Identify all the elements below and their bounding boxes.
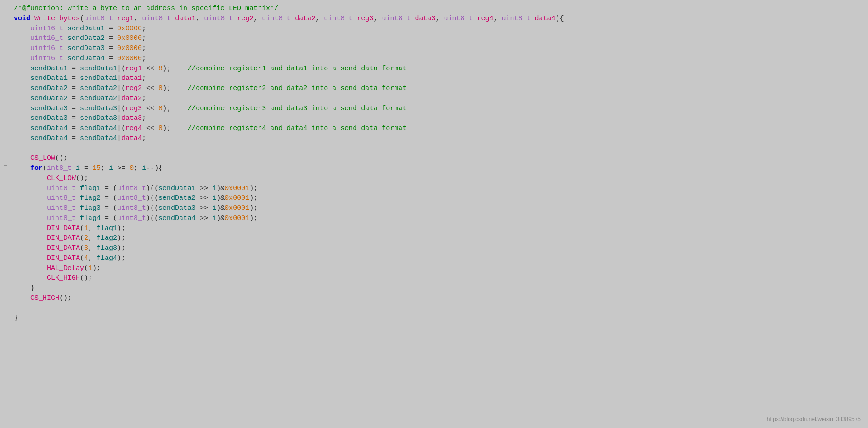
code-line-12: sendData3 = sendData3|data3; [0,113,868,124]
code-line-20: uint8_t flag2 = (uint8_t)((sendData2 >> … [0,193,868,203]
code-line-9: sendData2 = sendData2|(reg2 << 8); //com… [0,84,868,94]
watermark-text: https://blog.csdn.net/weixin_38389575 [767,416,861,423]
code-line-31 [0,304,868,314]
code-line-27: HAL_Delay(1); [0,264,868,274]
code-line-4: uint16_t sendData2 = 0x0000; [0,34,868,44]
code-line-11: sendData3 = sendData3|(reg3 << 8); //com… [0,104,868,114]
code-line-28: CLK_HIGH(); [0,273,868,283]
code-line-30: CS_HIGH(); [0,293,868,304]
code-line-3: uint16_t sendData1 = 0x0000; [0,24,868,34]
code-line-14: sendData4 = sendData4|data4; [0,134,868,144]
code-line-8: sendData1 = sendData1|data1; [0,73,868,84]
code-line-13: sendData4 = sendData4|(reg4 << 8); //com… [0,124,868,134]
code-line-15 [0,144,868,154]
code-line-18: CLK_LOW(); [0,174,868,184]
fold-marker-17[interactable]: □ [4,163,7,172]
code-line-29: } [0,283,868,293]
code-line-5: uint16_t sendData3 = 0x0000; [0,44,868,54]
comment-text: /*@function: Write a byte to an address … [14,4,278,14]
code-line-6: uint16_t sendData4 = 0x0000; [0,54,868,64]
code-line-1: /*@function: Write a byte to an address … [0,4,868,14]
code-line-25: DIN_DATA(3, flag3); [0,243,868,253]
code-editor: /*@function: Write a byte to an address … [0,0,868,428]
code-line-10: sendData2 = sendData2|data2; [0,94,868,104]
code-line-23: DIN_DATA(1, flag1); [0,224,868,234]
code-line-2: □ void Write_bytes(uint8_t reg1, uint8_t… [0,14,868,24]
code-line-24: DIN_DATA(2, flag2); [0,233,868,243]
code-line-21: uint8_t flag3 = (uint8_t)((sendData3 >> … [0,203,868,214]
code-line-26: DIN_DATA(4, flag4); [0,253,868,264]
code-line-16: CS_LOW(); [0,153,868,163]
fold-marker-2[interactable]: □ [4,14,7,23]
code-line-7: sendData1 = sendData1|(reg1 << 8); //com… [0,64,868,74]
code-line-22: uint8_t flag4 = (uint8_t)((sendData4 >> … [0,214,868,224]
code-line-19: uint8_t flag1 = (uint8_t)((sendData1 >> … [0,184,868,194]
code-line-17: □ for(int8_t i = 15; i >= 0; i--){ [0,163,868,174]
code-line-32: } [0,313,868,323]
